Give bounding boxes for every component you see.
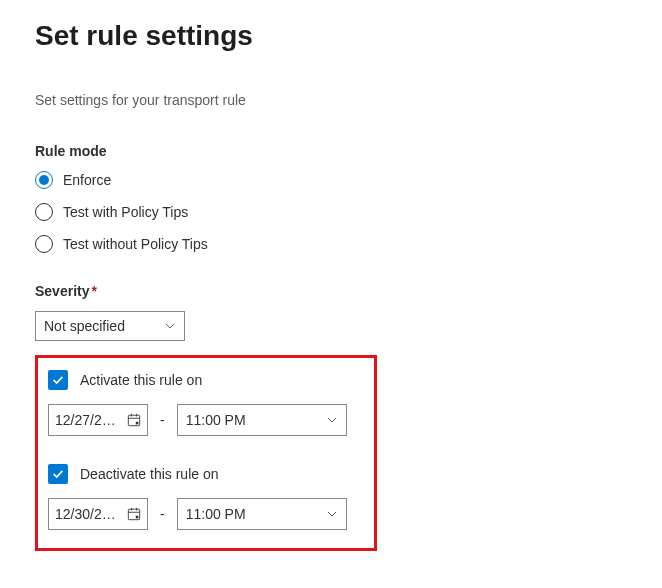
radio-icon: [35, 235, 53, 253]
deactivate-date-value: 12/30/2…: [55, 506, 116, 522]
calendar-icon: [127, 507, 141, 521]
check-icon: [51, 467, 65, 481]
rule-mode-label: Rule mode: [35, 143, 627, 159]
page-subheading: Set settings for your transport rule: [35, 92, 627, 108]
severity-section: Severity* Not specified: [35, 283, 627, 341]
date-rules-highlight: Activate this rule on 12/27/2… - 11:00 P…: [35, 355, 377, 551]
rule-mode-group: Rule mode Enforce Test with Policy Tips …: [35, 143, 627, 253]
radio-label: Test without Policy Tips: [63, 236, 208, 252]
deactivate-time-select[interactable]: 11:00 PM: [177, 498, 347, 530]
dash-separator: -: [158, 412, 167, 428]
calendar-icon: [127, 413, 141, 427]
deactivate-checkbox[interactable]: [48, 464, 68, 484]
deactivate-label: Deactivate this rule on: [80, 466, 219, 482]
radio-icon: [35, 171, 53, 189]
radio-icon: [35, 203, 53, 221]
radio-label: Test with Policy Tips: [63, 204, 188, 220]
severity-select[interactable]: Not specified: [35, 311, 185, 341]
activate-datetime-row: 12/27/2… - 11:00 PM: [48, 404, 364, 436]
activate-time-value: 11:00 PM: [186, 412, 246, 428]
activate-date-value: 12/27/2…: [55, 412, 116, 428]
svg-rect-9: [136, 516, 139, 519]
radio-label: Enforce: [63, 172, 111, 188]
dash-separator: -: [158, 506, 167, 522]
deactivate-time-value: 11:00 PM: [186, 506, 246, 522]
radio-enforce[interactable]: Enforce: [35, 171, 627, 189]
activate-date-input[interactable]: 12/27/2…: [48, 404, 148, 436]
chevron-down-icon: [164, 320, 176, 332]
severity-label: Severity*: [35, 283, 627, 299]
deactivate-checkbox-row: Deactivate this rule on: [48, 464, 364, 484]
activate-time-select[interactable]: 11:00 PM: [177, 404, 347, 436]
required-indicator: *: [91, 283, 96, 299]
chevron-down-icon: [326, 508, 338, 520]
deactivate-date-input[interactable]: 12/30/2…: [48, 498, 148, 530]
radio-test-without-tips[interactable]: Test without Policy Tips: [35, 235, 627, 253]
chevron-down-icon: [326, 414, 338, 426]
svg-rect-4: [136, 422, 139, 425]
check-icon: [51, 373, 65, 387]
deactivate-datetime-row: 12/30/2… - 11:00 PM: [48, 498, 364, 530]
activate-label: Activate this rule on: [80, 372, 202, 388]
activate-checkbox-row: Activate this rule on: [48, 370, 364, 390]
severity-value: Not specified: [44, 318, 125, 334]
radio-test-with-tips[interactable]: Test with Policy Tips: [35, 203, 627, 221]
page-title: Set rule settings: [35, 20, 627, 52]
activate-checkbox[interactable]: [48, 370, 68, 390]
